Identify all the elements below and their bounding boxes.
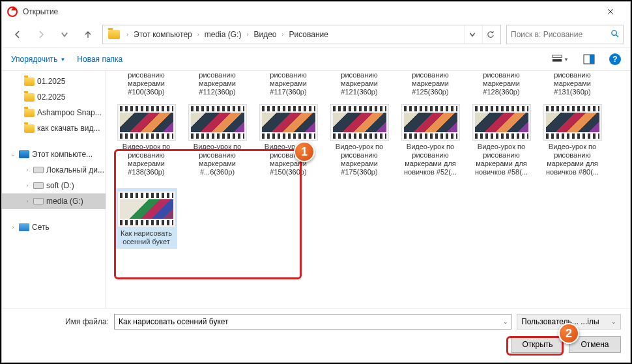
sidebar-item-label: как скачать вид... (37, 124, 100, 133)
video-file[interactable]: Видео-урок по рисованию маркерами #138(3… (115, 102, 177, 179)
sidebar-network[interactable]: ›Сеть (2, 219, 106, 235)
folder-icon (108, 30, 120, 39)
file-caption[interactable]: рисованию маркерами #117(360p) (257, 71, 319, 96)
cancel-button[interactable]: Отмена (569, 336, 621, 353)
sidebar-item-label: 01.2025 (37, 77, 65, 86)
network-icon (19, 223, 29, 231)
sidebar-item-label: Локальный ди... (46, 165, 104, 175)
drive-icon (33, 167, 44, 173)
file-caption: Видео-урок по рисованию маркерами #175(3… (330, 143, 389, 176)
organize-menu[interactable]: Упорядочить ▼ (11, 55, 65, 64)
open-button[interactable]: Открыть (511, 336, 564, 353)
video-file[interactable]: Видео-урок по рисованию маркерами #175(3… (328, 102, 390, 179)
sidebar-drive[interactable]: ›soft (D:) (2, 178, 106, 193)
back-button[interactable] (8, 25, 27, 44)
filename-value: Как нарисовать осенний букет (119, 317, 229, 326)
file-type-filter[interactable]: Пользователь... ...ілы ⌄ (517, 314, 621, 329)
chevron-down-icon: ⌄ (10, 151, 16, 158)
sidebar-folder[interactable]: как скачать вид... (2, 120, 106, 136)
refresh-button[interactable] (482, 25, 498, 44)
filename-input[interactable]: Как нарисовать осенний букет ⌄ (114, 314, 511, 329)
file-list[interactable]: рисованию маркерами #100(360p) рисованию… (106, 71, 630, 308)
chevron-right-icon: › (246, 31, 248, 38)
help-button[interactable]: ? (609, 53, 621, 65)
video-thumbnail-icon (117, 104, 176, 141)
preview-pane-button[interactable] (581, 51, 597, 68)
folder-icon (24, 77, 35, 86)
breadcrumb-item[interactable]: Видео (252, 30, 278, 39)
video-file-selected[interactable]: Как нарисовать осенний букет (115, 188, 177, 249)
close-icon[interactable] (596, 2, 625, 21)
folder-icon (24, 93, 35, 102)
chevron-right-icon: › (126, 31, 128, 38)
file-caption[interactable]: рисованию маркерами #131(360p) (541, 71, 603, 96)
filter-label: Пользователь... ...ілы (521, 317, 599, 326)
svg-rect-4 (590, 55, 594, 64)
address-bar[interactable]: › Этот компьютер › media (G:) › Видео › … (102, 25, 501, 44)
breadcrumb-item[interactable]: Рисование (287, 30, 329, 39)
sidebar-item-label: 02.2025 (37, 92, 65, 102)
video-thumbnail-icon (472, 104, 531, 141)
search-box[interactable] (506, 25, 624, 44)
toolbar: Упорядочить ▼ Новая папка ▼ ? (2, 48, 630, 71)
main-area: 01.2025 02.2025 Ashampoo Snap... как ска… (2, 71, 630, 308)
breadcrumb-item[interactable]: Этот компьютер (132, 30, 194, 39)
chevron-right-icon: › (24, 198, 31, 204)
file-caption[interactable]: рисованию маркерами #128(360p) (470, 71, 532, 96)
file-caption[interactable]: рисованию маркерами #100(360p) (115, 71, 177, 96)
chevron-down-icon: ▼ (60, 57, 65, 63)
search-input[interactable] (511, 30, 610, 39)
file-caption[interactable]: рисованию маркерами #112(360p) (186, 71, 248, 96)
svg-rect-2 (553, 59, 562, 62)
chevron-right-icon: › (281, 31, 283, 38)
window-title: Открытие (23, 7, 58, 16)
new-folder-button[interactable]: Новая папка (77, 55, 122, 64)
sidebar-folder[interactable]: 02.2025 (2, 89, 106, 105)
view-options-button[interactable]: ▼ (552, 51, 569, 68)
sidebar-item-label: media (G:) (46, 197, 83, 206)
sidebar-item-label: Сеть (32, 223, 50, 232)
sidebar-folder[interactable]: Ashampoo Snap... (2, 105, 106, 120)
breadcrumb-item[interactable]: media (G:) (203, 30, 243, 39)
file-caption: Видео-урок по рисованию маркерами для но… (401, 143, 460, 176)
forward-button[interactable] (32, 25, 50, 44)
file-caption: Видео-урок по рисованию маркерами #138(3… (117, 143, 176, 176)
video-thumbnail-icon (188, 104, 247, 141)
sidebar-item-label: Ashampoo Snap... (37, 108, 102, 117)
video-file[interactable]: Видео-урок по рисованию маркерами для но… (399, 102, 461, 179)
file-caption: Видео-урок по рисованию маркерами #...6(… (188, 143, 247, 176)
addr-dropdown[interactable] (464, 25, 480, 44)
svg-rect-1 (553, 55, 562, 58)
up-button[interactable] (79, 25, 97, 44)
nav-row: › Этот компьютер › media (G:) › Видео › … (2, 21, 630, 48)
search-icon[interactable] (610, 29, 619, 40)
video-file[interactable]: Видео-урок по рисованию маркерами для но… (541, 102, 603, 179)
video-file[interactable]: Видео-урок по рисованию маркерами #...6(… (186, 102, 248, 179)
video-file[interactable]: Видео-урок по рисованию маркерами #150(3… (257, 102, 319, 179)
file-caption[interactable]: рисованию маркерами #121(360p) (328, 71, 390, 96)
sidebar-this-pc[interactable]: ⌄Этот компьюте... (2, 147, 106, 162)
video-thumbnail-icon (401, 104, 460, 141)
file-caption: Видео-урок по рисованию маркерами #150(3… (259, 143, 318, 176)
bottom-bar: Имя файла: Как нарисовать осенний букет … (2, 308, 630, 362)
titlebar: Открытие (2, 2, 630, 21)
video-file[interactable]: Видео-урок по рисованию маркерами для но… (470, 102, 532, 179)
file-caption[interactable]: рисованию маркерами #125(360p) (399, 71, 461, 96)
file-caption: Видео-урок по рисованию маркерами для но… (472, 143, 531, 176)
sidebar-drive[interactable]: ›Локальный ди... (2, 162, 106, 178)
sidebar-folder[interactable]: 01.2025 (2, 74, 106, 89)
video-thumbnail-icon (259, 104, 318, 141)
chevron-down-icon: ⌄ (503, 318, 508, 325)
chevron-right-icon: › (197, 31, 199, 38)
recent-dropdown[interactable] (55, 25, 74, 44)
sidebar-drive-selected[interactable]: ›media (G:) (2, 193, 106, 209)
folder-icon (24, 124, 35, 133)
video-thumbnail-icon (543, 104, 602, 141)
drive-icon (33, 198, 44, 204)
file-caption: Как нарисовать осенний букет (117, 229, 176, 246)
organize-label: Упорядочить (11, 55, 57, 64)
filename-label: Имя файла: (11, 317, 109, 326)
folder-icon (24, 109, 35, 117)
app-icon (7, 7, 18, 17)
chevron-right-icon: › (24, 167, 31, 173)
